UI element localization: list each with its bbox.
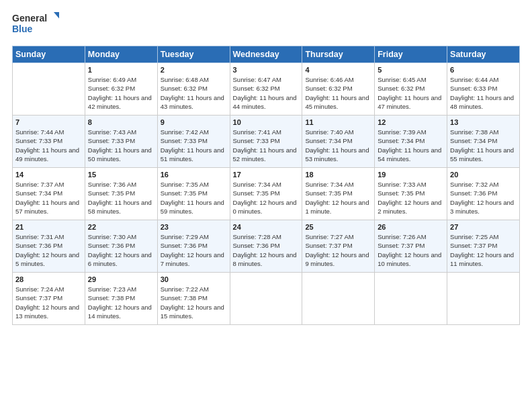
day-info: Sunrise: 7:33 AMSunset: 7:35 PMDaylight:… [378,180,444,216]
calendar-cell: 22 Sunrise: 7:30 AMSunset: 7:36 PMDaylig… [85,220,157,273]
calendar-table: SundayMondayTuesdayWednesdayThursdayFrid… [12,46,520,325]
week-row-3: 14 Sunrise: 7:37 AMSunset: 7:34 PMDaylig… [13,168,520,220]
svg-marker-2 [54,12,59,20]
calendar-cell [302,273,375,325]
day-info: Sunrise: 7:34 AMSunset: 7:35 PMDaylight:… [305,180,371,216]
day-number: 5 [378,66,444,74]
day-number: 11 [305,118,371,126]
calendar-cell: 27 Sunrise: 7:25 AMSunset: 7:37 PMDaylig… [447,220,520,273]
calendar-cell [447,273,520,325]
day-info: Sunrise: 7:22 AMSunset: 7:38 PMDaylight:… [161,285,227,320]
calendar-cell: 6 Sunrise: 6:44 AMSunset: 6:33 PMDayligh… [447,63,520,116]
day-number: 25 [305,223,371,231]
day-number: 9 [161,118,227,126]
day-info: Sunrise: 7:31 AMSunset: 7:36 PMDaylight:… [15,232,82,268]
day-info: Sunrise: 7:35 AMSunset: 7:35 PMDaylight:… [161,180,227,216]
day-number: 16 [161,171,227,179]
day-info: Sunrise: 6:47 AMSunset: 6:32 PMDaylight:… [233,75,300,111]
day-number: 10 [233,118,300,126]
day-number: 15 [88,171,154,179]
calendar-cell: 14 Sunrise: 7:37 AMSunset: 7:34 PMDaylig… [13,168,85,220]
days-header-row: SundayMondayTuesdayWednesdayThursdayFrid… [13,46,520,63]
logo: General Blue [12,11,59,39]
day-number: 3 [233,66,300,74]
calendar-cell: 8 Sunrise: 7:43 AMSunset: 7:33 PMDayligh… [85,116,157,168]
day-number: 26 [378,223,444,231]
day-number: 17 [233,171,300,179]
day-info: Sunrise: 7:39 AMSunset: 7:34 PMDaylight:… [378,128,444,163]
calendar-cell [375,273,447,325]
day-number: 21 [15,223,82,231]
calendar-cell: 5 Sunrise: 6:45 AMSunset: 6:32 PMDayligh… [375,63,447,116]
calendar-cell: 1 Sunrise: 6:49 AMSunset: 6:32 PMDayligh… [85,63,157,116]
day-header-saturday: Saturday [447,46,520,63]
calendar-cell: 10 Sunrise: 7:41 AMSunset: 7:33 PMDaylig… [230,116,302,168]
day-number: 30 [161,275,227,283]
day-info: Sunrise: 7:27 AMSunset: 7:37 PMDaylight:… [305,232,371,268]
day-header-sunday: Sunday [13,46,85,63]
day-number: 4 [305,66,371,74]
calendar-cell [13,63,85,116]
svg-text:General: General [12,13,47,24]
calendar-cell: 3 Sunrise: 6:47 AMSunset: 6:32 PMDayligh… [230,63,302,116]
week-row-4: 21 Sunrise: 7:31 AMSunset: 7:36 PMDaylig… [13,220,520,273]
calendar-cell: 15 Sunrise: 7:36 AMSunset: 7:35 PMDaylig… [85,168,157,220]
calendar-cell: 26 Sunrise: 7:26 AMSunset: 7:37 PMDaylig… [375,220,447,273]
calendar-cell: 20 Sunrise: 7:32 AMSunset: 7:36 PMDaylig… [447,168,520,220]
day-info: Sunrise: 7:29 AMSunset: 7:36 PMDaylight:… [161,232,227,268]
week-row-5: 28 Sunrise: 7:24 AMSunset: 7:37 PMDaylig… [13,273,520,325]
day-info: Sunrise: 7:25 AMSunset: 7:37 PMDaylight:… [450,232,517,268]
day-info: Sunrise: 6:49 AMSunset: 6:32 PMDaylight:… [88,75,154,111]
day-number: 8 [88,118,154,126]
day-info: Sunrise: 7:38 AMSunset: 7:34 PMDaylight:… [450,128,517,163]
day-number: 29 [88,275,154,283]
day-info: Sunrise: 7:23 AMSunset: 7:38 PMDaylight:… [88,285,154,320]
calendar-cell: 23 Sunrise: 7:29 AMSunset: 7:36 PMDaylig… [157,220,230,273]
calendar-cell: 2 Sunrise: 6:48 AMSunset: 6:32 PMDayligh… [157,63,230,116]
calendar-cell: 9 Sunrise: 7:42 AMSunset: 7:33 PMDayligh… [157,116,230,168]
day-info: Sunrise: 7:44 AMSunset: 7:33 PMDaylight:… [15,128,82,163]
day-info: Sunrise: 7:28 AMSunset: 7:36 PMDaylight:… [233,232,300,268]
day-number: 28 [15,275,82,283]
calendar-cell: 21 Sunrise: 7:31 AMSunset: 7:36 PMDaylig… [13,220,85,273]
day-info: Sunrise: 7:32 AMSunset: 7:36 PMDaylight:… [450,180,517,216]
calendar-cell: 4 Sunrise: 6:46 AMSunset: 6:32 PMDayligh… [302,63,375,116]
day-header-monday: Monday [85,46,157,63]
calendar-cell: 28 Sunrise: 7:24 AMSunset: 7:37 PMDaylig… [13,273,85,325]
day-number: 1 [88,66,154,74]
day-number: 23 [161,223,227,231]
calendar-cell: 30 Sunrise: 7:22 AMSunset: 7:38 PMDaylig… [157,273,230,325]
day-info: Sunrise: 7:26 AMSunset: 7:37 PMDaylight:… [378,232,444,268]
day-header-friday: Friday [375,46,447,63]
day-info: Sunrise: 7:37 AMSunset: 7:34 PMDaylight:… [15,180,82,216]
calendar-cell: 17 Sunrise: 7:34 AMSunset: 7:35 PMDaylig… [230,168,302,220]
week-row-2: 7 Sunrise: 7:44 AMSunset: 7:33 PMDayligh… [13,116,520,168]
calendar-cell: 29 Sunrise: 7:23 AMSunset: 7:38 PMDaylig… [85,273,157,325]
calendar-cell: 24 Sunrise: 7:28 AMSunset: 7:36 PMDaylig… [230,220,302,273]
day-number: 19 [378,171,444,179]
day-info: Sunrise: 7:30 AMSunset: 7:36 PMDaylight:… [88,232,154,268]
day-number: 22 [88,223,154,231]
day-number: 14 [15,171,82,179]
calendar-cell: 16 Sunrise: 7:35 AMSunset: 7:35 PMDaylig… [157,168,230,220]
page: General Blue SundayMondayTuesdayWednesda… [0,0,532,411]
day-info: Sunrise: 6:46 AMSunset: 6:32 PMDaylight:… [305,75,371,111]
header: General Blue [12,11,520,39]
day-number: 12 [378,118,444,126]
day-info: Sunrise: 7:24 AMSunset: 7:37 PMDaylight:… [15,285,82,320]
calendar-cell: 12 Sunrise: 7:39 AMSunset: 7:34 PMDaylig… [375,116,447,168]
calendar-cell: 11 Sunrise: 7:40 AMSunset: 7:34 PMDaylig… [302,116,375,168]
day-info: Sunrise: 7:36 AMSunset: 7:35 PMDaylight:… [88,180,154,216]
calendar-cell: 25 Sunrise: 7:27 AMSunset: 7:37 PMDaylig… [302,220,375,273]
day-info: Sunrise: 7:43 AMSunset: 7:33 PMDaylight:… [88,128,154,163]
calendar-cell: 19 Sunrise: 7:33 AMSunset: 7:35 PMDaylig… [375,168,447,220]
day-info: Sunrise: 6:45 AMSunset: 6:32 PMDaylight:… [378,75,444,111]
day-number: 6 [450,66,517,74]
calendar-cell: 13 Sunrise: 7:38 AMSunset: 7:34 PMDaylig… [447,116,520,168]
day-number: 18 [305,171,371,179]
day-info: Sunrise: 6:44 AMSunset: 6:33 PMDaylight:… [450,75,517,111]
day-number: 24 [233,223,300,231]
day-info: Sunrise: 7:41 AMSunset: 7:33 PMDaylight:… [233,128,300,163]
day-number: 13 [450,118,517,126]
week-row-1: 1 Sunrise: 6:49 AMSunset: 6:32 PMDayligh… [13,63,520,116]
